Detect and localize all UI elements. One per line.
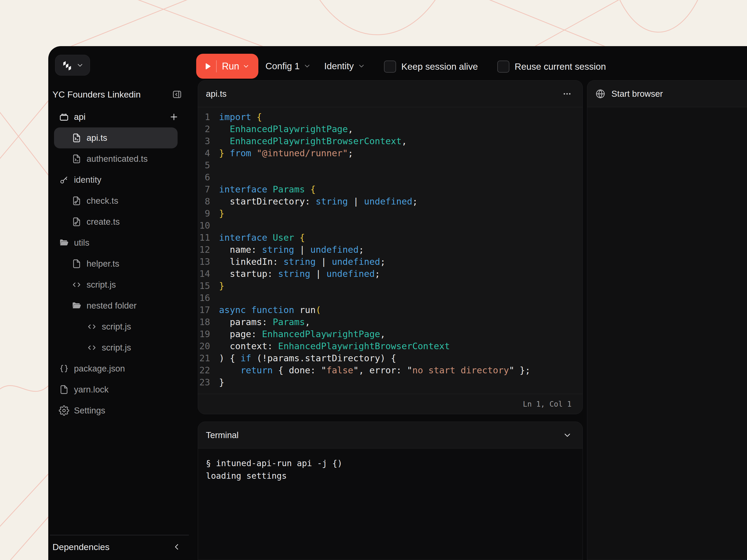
key-icon [59, 175, 69, 185]
browser-viewport[interactable] [587, 107, 747, 560]
run-button[interactable]: Run [196, 54, 258, 79]
config-dropdown-label: Config 1 [265, 61, 300, 71]
code-line: 3 EnhancedPlaywrightBrowserContext, [198, 135, 583, 147]
sidebar-item-label: check.ts [86, 196, 118, 206]
code-text: startDirectory: string | undefined; [219, 195, 417, 207]
line-number: 7 [198, 183, 210, 195]
sidebar-item-utils[interactable]: utils [54, 232, 178, 253]
code-text: interface Params { [219, 183, 316, 195]
code-line: 11interface User { [198, 232, 583, 244]
line-number: 1 [198, 111, 210, 123]
sidebar-item-label: nested folder [86, 301, 137, 311]
code-line: 9} [198, 207, 583, 219]
reuse-session-option: Reuse current session [497, 59, 606, 74]
config-dropdown[interactable]: Config 1 [265, 59, 311, 73]
line-number: 15 [198, 280, 210, 292]
line-number: 3 [198, 135, 210, 147]
sidebar-item-package-json[interactable]: package.json [54, 358, 178, 379]
line-number: 16 [198, 292, 210, 304]
file-icon [71, 259, 82, 269]
line-number: 4 [198, 147, 210, 159]
code-line: 15} [198, 280, 583, 292]
sidebar-item-check-ts[interactable]: check.ts [54, 190, 178, 211]
code-line: 10 [198, 219, 583, 232]
identity-dropdown[interactable]: Identity [324, 59, 365, 73]
sidebar-item-api[interactable]: api [54, 106, 178, 127]
sidebar-item-label: authenticated.ts [86, 154, 148, 164]
divider [216, 60, 217, 72]
file-terminal-icon [71, 154, 82, 164]
code-editor[interactable]: 1import {2 EnhancedPlaywrightPage,3 Enha… [198, 107, 583, 394]
sidebar-item-label: script.js [102, 322, 131, 332]
code-text: } from "@intuned/runner"; [219, 147, 353, 159]
line-number: 10 [198, 219, 210, 232]
sidebar-item-label: api [74, 112, 85, 122]
code-text: ) { if (!params.startDirectory) { [219, 352, 396, 364]
chevron-down-icon[interactable] [563, 430, 572, 440]
terminal-title: Terminal [206, 430, 239, 440]
app-window: YC Founders Linkedin apiapi.tsauthentica… [48, 46, 747, 560]
workspace-menu-button[interactable] [55, 55, 90, 76]
reuse-session-label: Reuse current session [515, 61, 606, 72]
code-line: 23} [198, 376, 583, 388]
reuse-session-checkbox[interactable] [497, 60, 509, 73]
braces-icon [59, 363, 69, 374]
terminal-header[interactable]: Terminal [198, 422, 583, 449]
line-number: 12 [198, 244, 210, 256]
line-number: 8 [198, 195, 210, 207]
code-line: 8 startDirectory: string | undefined; [198, 195, 583, 207]
code-line: 12 name: string | undefined; [198, 244, 583, 256]
editor-header: api.ts [198, 80, 583, 107]
sidebar-item-yarn-lock[interactable]: yarn.lock [54, 379, 178, 400]
line-number: 6 [198, 171, 210, 183]
globe-icon [595, 89, 606, 99]
chevron-down-icon [242, 63, 250, 70]
browser-panel: Start browser [587, 80, 747, 560]
line-number: 11 [198, 232, 210, 244]
keep-session-checkbox[interactable] [384, 60, 396, 73]
editor-statusbar: Ln 1, Col 1 [198, 394, 583, 414]
project-header: YC Founders Linkedin [52, 87, 183, 101]
sidebar-item-label: yarn.lock [74, 384, 109, 395]
code-text: interface User { [219, 232, 305, 244]
divider [50, 535, 189, 535]
sidebar-item-script-js[interactable]: script.js [54, 274, 178, 295]
editor-panel: api.ts 1import {2 EnhancedPlaywrightPage… [198, 80, 583, 414]
sidebar-item-settings[interactable]: Settings [54, 400, 178, 421]
sidebar-item-helper-ts[interactable]: helper.ts [54, 253, 178, 274]
sidebar-item-identity[interactable]: identity [54, 169, 178, 190]
code-line: 17async function run( [198, 304, 583, 316]
code-text: } [219, 376, 224, 388]
terminal-line: loading settings [206, 470, 583, 482]
sidebar-item-create-ts[interactable]: create.ts [54, 211, 178, 232]
sidebar-item-authenticated-ts[interactable]: authenticated.ts [54, 149, 178, 169]
plus-icon[interactable] [169, 112, 179, 122]
editor-menu-icon[interactable] [562, 89, 572, 99]
sidebar-item-script-js[interactable]: script.js [54, 337, 178, 358]
terminal-output[interactable]: § intuned-api-run api -j {) loading sett… [198, 449, 583, 560]
code-text: params: Params, [219, 316, 310, 328]
code-text: } [219, 280, 224, 292]
chevron-down-icon [76, 61, 84, 69]
file-key-icon [71, 195, 82, 206]
code-line: 7interface Params { [198, 183, 583, 195]
sidebar-item-api-ts[interactable]: api.ts [54, 127, 178, 149]
editor-tab-title: api.ts [206, 89, 227, 99]
code-icon [86, 342, 97, 353]
sidebar-item-nested-folder[interactable]: nested folder [54, 295, 178, 316]
sidebar-item-script-js[interactable]: script.js [54, 316, 178, 337]
dependencies-label: Dependencies [52, 542, 109, 552]
terminal-panel: Terminal § intuned-api-run api -j {) loa… [198, 422, 583, 560]
browser-panel-title: Start browser [611, 89, 663, 99]
code-line: 18 params: Params, [198, 316, 583, 328]
line-number: 9 [198, 207, 210, 219]
code-line: 2 EnhancedPlaywrightPage, [198, 123, 583, 135]
file-tree: apiapi.tsauthenticated.tsidentitycheck.t… [48, 106, 194, 421]
dependencies-section[interactable]: Dependencies [52, 537, 181, 557]
line-number: 14 [198, 268, 210, 280]
line-number: 22 [198, 364, 210, 376]
collapse-sidebar-icon[interactable] [172, 89, 183, 100]
code-text: startup: string | undefined; [219, 268, 380, 280]
terminal-line: § intuned-api-run api -j {) [206, 457, 583, 470]
line-number: 23 [198, 376, 210, 388]
